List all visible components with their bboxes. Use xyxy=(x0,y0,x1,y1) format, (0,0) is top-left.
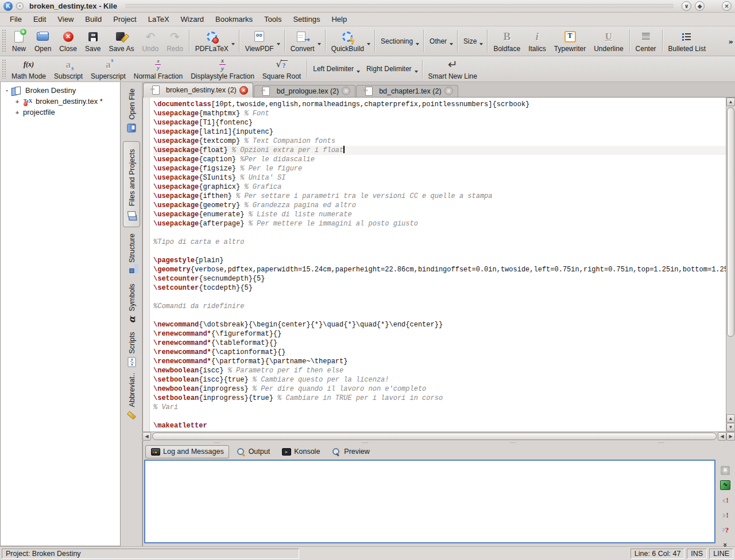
toolbar-button-label: New xyxy=(12,45,26,53)
menu-help[interactable]: Help xyxy=(326,13,352,25)
toolbar-button-typewriter[interactable]: Typewriter xyxy=(550,28,590,55)
tree-expander-icon[interactable]: - xyxy=(4,88,10,94)
tab-close-icon[interactable]: × xyxy=(239,86,248,95)
toolbar-button-undo[interactable]: Undo xyxy=(138,28,163,55)
tex-doc-icon xyxy=(23,96,33,106)
scroll-up-icon[interactable]: ▲ xyxy=(726,98,735,106)
code-line: \newboolean{inprogress} % Per dire quand… xyxy=(153,384,726,394)
normal-fraction-icon xyxy=(150,57,165,71)
editor-tab-broken-destiny-tex-2[interactable]: broken_destiny.tex (2)× xyxy=(143,83,253,98)
toolbar-button-save-as[interactable]: Save As xyxy=(105,28,138,55)
toolbar-button-subscript[interactable]: Subscript xyxy=(50,57,87,80)
toolbar-button-quickbuild[interactable]: QuickBuild xyxy=(327,28,373,55)
next-warning-button[interactable] xyxy=(719,524,732,536)
editor-tab-bd-chapter1-tex-2[interactable]: bd_chapter1.tex (2)× xyxy=(356,85,458,97)
toolbar-button-boldface[interactable]: Boldface xyxy=(489,28,524,55)
menu-build[interactable]: Build xyxy=(80,13,107,25)
toolbar-separator xyxy=(422,60,423,78)
kile-app-icon[interactable]: K xyxy=(3,2,13,11)
sidebar-tab-structure[interactable]: Structure xyxy=(123,232,140,277)
menu-edit[interactable]: Edit xyxy=(28,13,51,25)
toolbar-overflow-icon[interactable]: » xyxy=(729,37,733,45)
menu-tools[interactable]: Tools xyxy=(259,13,287,25)
menu-latex[interactable]: LaTeX xyxy=(143,13,175,25)
toolbar-button-math-mode[interactable]: Math Mode xyxy=(7,57,50,80)
toolbar-button-label: Save As xyxy=(109,45,134,53)
tree-expander-icon[interactable]: + xyxy=(14,110,20,115)
next-error-button[interactable] xyxy=(719,509,732,521)
tree-item-projectfile[interactable]: +projectfile xyxy=(1,107,120,118)
rail-overflow-button[interactable] xyxy=(719,539,732,551)
tree-item-broken-destiny[interactable]: -Broken Destiny xyxy=(1,85,120,96)
menu-view[interactable]: View xyxy=(52,13,79,25)
toolbar-button-save[interactable]: Save xyxy=(81,28,105,55)
menu-bookmarks[interactable]: Bookmarks xyxy=(210,13,258,25)
vertical-scrollbar-thumb[interactable] xyxy=(727,107,734,337)
menu-settings[interactable]: Settings xyxy=(288,13,325,25)
window-maximize-button[interactable]: ◆ xyxy=(695,1,705,11)
toolbar-button-square-root[interactable]: Square Root xyxy=(258,57,305,80)
sidebar-tab-scripts[interactable]: Scripts xyxy=(123,331,140,368)
log-and-messages-view[interactable] xyxy=(144,460,715,543)
toolbar-button-size[interactable]: Size xyxy=(459,28,485,55)
toolbar-button-right-delimiter[interactable]: Right Delimiter xyxy=(362,57,420,80)
bottom-tab-konsole[interactable]: Konsole xyxy=(277,446,324,458)
toolbar-button-superscript[interactable]: Superscript xyxy=(87,57,130,80)
vertical-scrollbar[interactable]: ▲ ▲ ▼ xyxy=(726,98,735,431)
tab-close-icon[interactable]: × xyxy=(342,87,350,95)
toolbar-button-viewpdf[interactable]: ViewPDF xyxy=(241,28,283,55)
toolbar-button-label: Normal Fraction xyxy=(134,72,183,80)
tree-item-broken-destiny-tex[interactable]: +broken_destiny.tex * xyxy=(1,96,120,107)
toolbar-button-convert[interactable]: Convert xyxy=(287,28,323,55)
tab-close-icon[interactable]: × xyxy=(444,87,453,95)
scroll-down-icon[interactable]: ▼ xyxy=(726,423,735,431)
tree-expander-icon[interactable]: + xyxy=(14,99,20,104)
window-close-button[interactable]: × xyxy=(722,1,732,11)
panel-splitter[interactable]: ················ xyxy=(143,441,735,445)
sticky-window-button[interactable] xyxy=(16,2,24,10)
toolbar-button-smart-new-line[interactable]: Smart New Line xyxy=(424,57,481,80)
sidebar-tab-label: Files and Projects xyxy=(127,149,136,206)
scroll-left-icon[interactable]: ◀ xyxy=(142,432,151,441)
latex-log-button[interactable] xyxy=(719,479,732,491)
scroll-up2-icon[interactable]: ▲ xyxy=(726,414,735,423)
menu-project[interactable]: Project xyxy=(108,13,141,25)
menu-file[interactable]: File xyxy=(5,13,27,25)
bottom-tab-preview[interactable]: Preview xyxy=(327,446,374,458)
sidebar-tab-files-and-projects[interactable]: Files and Projects xyxy=(123,141,140,227)
editor-content[interactable]: \documentclass[10pt,twoside,english,norm… xyxy=(150,98,726,431)
dropdown-arrow-icon xyxy=(450,43,453,45)
toolbar-button-displaystyle-fraction[interactable]: Displaystyle Fraction xyxy=(187,57,258,80)
sidebar-tab-open-file[interactable]: Open File xyxy=(123,85,140,136)
toolbar-button-other[interactable]: Other xyxy=(425,28,455,55)
toolbar-button-bulleted-list[interactable]: Bulleted List xyxy=(664,28,710,55)
typewriter-icon xyxy=(563,30,578,44)
sidebar-tab-symbols[interactable]: Symbols xyxy=(123,282,140,326)
previous-error-button[interactable] xyxy=(719,494,732,506)
toolbar-button-close[interactable]: Close xyxy=(55,28,81,55)
horizontal-scrollbar-thumb[interactable] xyxy=(152,433,717,440)
toolbar-button-new[interactable]: New xyxy=(7,28,30,55)
editor-tab-bd-prologue-tex-2[interactable]: bd_prologue.tex (2)× xyxy=(254,85,355,97)
files-projects-icon xyxy=(126,209,136,219)
sidebar-tab-abbreviat[interactable]: Abbreviat.. xyxy=(123,373,140,420)
toolbar-button-sectioning[interactable]: Sectioning xyxy=(377,28,421,55)
toolbar-button-italics[interactable]: Italics xyxy=(524,28,550,55)
toolbar-button-left-delimiter[interactable]: Left Delimiter xyxy=(309,57,362,80)
scroll-right-icon[interactable]: ▶ xyxy=(726,432,735,441)
window-shade-button[interactable]: ∨ xyxy=(682,1,691,11)
toolbar-button-normal-fraction[interactable]: Normal Fraction xyxy=(130,57,187,80)
toolbar-button-center[interactable]: Center xyxy=(632,28,660,55)
toolbar-button-underline[interactable]: Underline xyxy=(590,28,627,55)
code-line: \renewcommand*{\captionformat}{} xyxy=(153,348,726,357)
menu-wizard[interactable]: Wizard xyxy=(176,13,209,25)
scroll-left2-icon[interactable]: ◀ xyxy=(718,432,726,441)
editor-icon-border xyxy=(143,98,150,431)
toolbar-button-redo[interactable]: Redo xyxy=(163,28,187,55)
horizontal-scrollbar[interactable]: ◀ ◀ ▶ xyxy=(142,431,735,441)
toolbar-button-open[interactable]: Open xyxy=(30,28,55,55)
text-editor[interactable]: \documentclass[10pt,twoside,english,norm… xyxy=(143,98,726,431)
toolbar-button-pdflatex[interactable]: PDFLaTeX xyxy=(191,28,237,55)
bottom-tab-log-and-messages[interactable]: Log and Messages xyxy=(145,445,229,458)
bottom-tab-output[interactable]: Output xyxy=(231,446,275,458)
